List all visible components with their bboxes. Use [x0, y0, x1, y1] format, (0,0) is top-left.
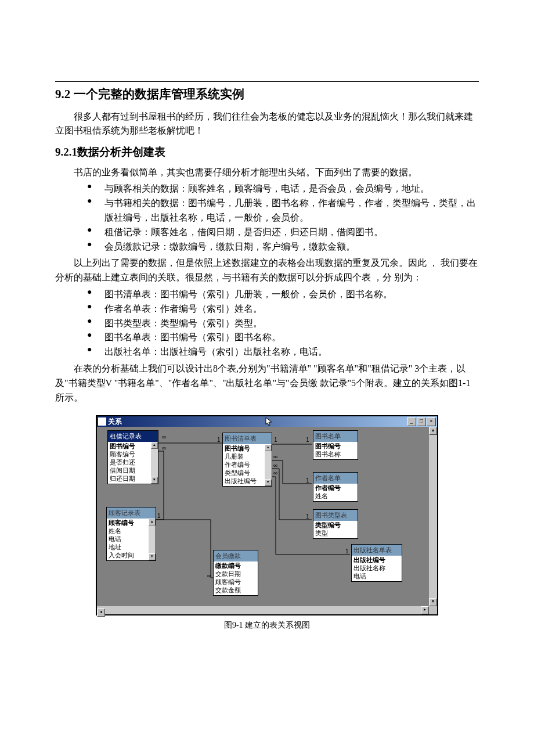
window-icon [98, 417, 106, 426]
field: 姓名 [313, 492, 358, 500]
table-customer[interactable]: 顾客记录表 顾客编号 姓名 电话 地址 入会时间 ▴ ▾ [106, 507, 156, 561]
field: 作者编号 [313, 484, 358, 492]
bullet-list-1: 与顾客相关的数据：顾客姓名，顾客编号，电话，是否会员，会员编号，地址。 与书籍相… [55, 182, 479, 254]
field: 出版社名称 [352, 564, 402, 572]
table-title: 会员缴款 [214, 550, 258, 561]
window-title: 关系 [108, 416, 407, 427]
svg-text:1: 1 [157, 513, 161, 519]
field: 缴款编号 [214, 561, 258, 570]
field: 图书名称 [313, 450, 358, 458]
scroll-down-icon[interactable]: ▾ [429, 598, 437, 606]
field: 交款日期 [214, 570, 258, 578]
table-scrollbar[interactable]: ▴ ▾ [265, 444, 272, 486]
list-item: 租借记录：顾客姓名，借阅日期，是否归还，归还日期，借阅图书。 [87, 225, 479, 240]
list-item: 图书清单表：图书编号（索引）几册装，一般价，会员价，图书名称。 [87, 287, 479, 302]
svg-text:1: 1 [345, 548, 349, 555]
svg-text:∞: ∞ [273, 453, 277, 460]
intro-paragraph: 很多人都有过到书屋租书的经历，我们往往会为老板的健忘以及业务的混乱恼火！那么我们… [55, 110, 479, 139]
list-item: 作者名单表：作者编号（索引）姓名。 [87, 302, 479, 316]
top-rule [55, 81, 479, 82]
table-title: 出版社名单表 [352, 545, 402, 556]
figure-caption: 图9-1 建立的表关系视图 [224, 619, 310, 631]
table-title: 作者名单 [313, 473, 358, 484]
table-fee[interactable]: 会员缴款 缴款编号 交款日期 顾客编号 交款金额 [213, 550, 258, 596]
scroll-right-icon[interactable]: ▸ [421, 606, 429, 614]
table-publisher[interactable]: 出版社名单表 出版社编号 出版社名称 电话 [351, 544, 402, 582]
minimize-button[interactable]: _ [407, 417, 416, 426]
field: 顾客编号 [214, 578, 258, 586]
scroll-down-icon[interactable]: ▾ [265, 479, 272, 486]
scroll-up-icon[interactable]: ▴ [149, 519, 156, 525]
field: 出版社编号 [352, 556, 402, 564]
svg-text:1: 1 [306, 513, 309, 520]
scroll-up-icon[interactable]: ▴ [265, 444, 272, 451]
field: 图书编号 [313, 442, 358, 450]
scroll-down-icon[interactable]: ▾ [149, 553, 156, 560]
paragraph-1: 书店的业务看似简单，其实也需要仔细分析才能理出头绪。下面列出了需要的数据。 [55, 165, 479, 180]
svg-text:1: 1 [306, 437, 309, 443]
paragraph-3: 在表的分析基础上我们可以设计出8个表,分别为"书籍清单" "顾客名单"和"租借记… [55, 362, 479, 405]
field: 电话 [352, 572, 402, 580]
list-item: 会员缴款记录：缴款编号，缴款日期，客户编号，缴款金额。 [87, 240, 479, 254]
bullet-list-2: 图书清单表：图书编号（索引）几册装，一般价，会员价，图书名称。 作者名单表：作者… [55, 287, 479, 359]
section-heading: 9.2 一个完整的数据库管理系统实例 [55, 85, 479, 104]
field: 类型编号 [313, 521, 358, 529]
table-title: 图书清单表 [223, 433, 272, 444]
scroll-left-icon[interactable]: ◂ [97, 609, 105, 617]
table-title: 图书类型表 [313, 510, 358, 521]
list-item: 与书籍相关的数据：图书编号，几册装，图书名称，作者编号，作者，类型编号，类型，出… [87, 196, 479, 225]
horizontal-scrollbar[interactable]: ◂ ▸ [97, 606, 429, 614]
close-button[interactable]: × [427, 417, 436, 426]
figure-wrapper: 关系 _ □ × ∞ 1 ∞ 1 [55, 415, 479, 631]
maximize-button[interactable]: □ [417, 417, 426, 426]
vertical-scrollbar[interactable]: ▴ ▾ [429, 427, 437, 606]
table-title: 租借记录表 [108, 431, 158, 442]
table-booktype[interactable]: 图书类型表 类型编号 类型 [313, 509, 358, 539]
svg-text:∞: ∞ [162, 445, 166, 451]
list-item: 图书类型表：类型编号（索引）类型。 [87, 316, 479, 331]
svg-text:1: 1 [274, 437, 277, 443]
table-rent[interactable]: 租借记录表 图书编号 顾客编号 是否归还 借阅日期 归还日期 ▴ ▾ [107, 430, 158, 484]
relationships-window: 关系 _ □ × ∞ 1 ∞ 1 [96, 415, 438, 615]
subsection-heading: 9.2.1数据分析并创建表 [55, 144, 479, 161]
paragraph-2: 以上列出了需要的数据，但是依照上述数据建立的表格会出现数据的重复及冗余。因此 ，… [55, 256, 479, 285]
table-title: 顾客记录表 [107, 507, 156, 519]
window-titlebar[interactable]: 关系 _ □ × [97, 416, 437, 427]
field: 交款金额 [214, 586, 258, 594]
field: 类型 [313, 529, 358, 537]
resize-grip[interactable] [429, 606, 437, 614]
list-item: 图书名单表：图书编号（索引）图书名称。 [87, 330, 479, 345]
table-title: 图书名单 [313, 431, 358, 442]
table-scrollbar[interactable]: ▴ ▾ [151, 442, 158, 484]
table-scrollbar[interactable]: ▴ ▾ [149, 519, 156, 560]
svg-text:1: 1 [306, 477, 309, 484]
svg-text:∞: ∞ [207, 573, 211, 579]
svg-text:∞: ∞ [273, 462, 277, 469]
scroll-up-icon[interactable]: ▴ [151, 442, 158, 449]
svg-text:1: 1 [217, 437, 221, 443]
document-page: 9.2 一个完整的数据库管理系统实例 很多人都有过到书屋租书的经历，我们往往会为… [0, 0, 534, 666]
table-author[interactable]: 作者名单 作者编号 姓名 [313, 472, 358, 502]
list-item: 出版社名单：出版社编号（索引）出版社名称，电话。 [87, 345, 479, 359]
svg-text:∞: ∞ [273, 470, 277, 476]
table-booklist[interactable]: 图书清单表 图书编号 几册装 作者编号 类型编号 出版社编号 ▴ ▾ [222, 433, 272, 487]
svg-text:∞: ∞ [162, 434, 166, 440]
table-bookname[interactable]: 图书名单 图书编号 图书名称 [313, 430, 358, 460]
list-item: 与顾客相关的数据：顾客姓名，顾客编号，电话，是否会员，会员编号，地址。 [87, 182, 479, 196]
scroll-down-icon[interactable]: ▾ [151, 477, 158, 484]
scroll-up-icon[interactable]: ▴ [429, 427, 437, 435]
relationships-canvas[interactable]: ∞ 1 ∞ 1 1 1 ∞ 1 ∞ 1 [97, 427, 429, 606]
